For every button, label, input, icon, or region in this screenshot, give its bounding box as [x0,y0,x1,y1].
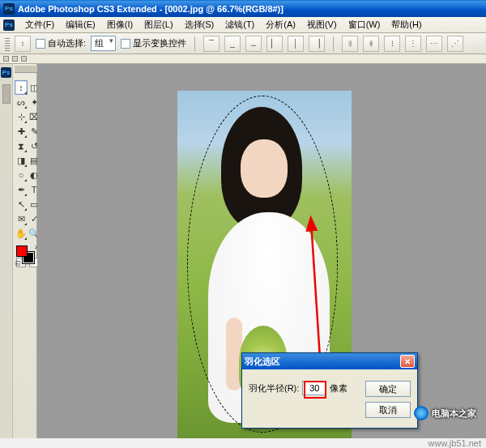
ps-app-icon: Ps [3,3,15,15]
align-top-icon[interactable]: ⎺ [203,36,220,52]
watermark: 电脑本之家 [414,406,476,420]
auto-select-dropdown[interactable]: 组 [91,36,116,51]
dist-bottom-icon[interactable]: ⫶ [384,36,400,52]
feather-dialog: 羽化选区 ✕ 羽化半径(R): 像素 确定 取消 [241,352,418,429]
move-tool[interactable]: ↕ [15,80,28,95]
titlebar: Ps Adobe Photoshop CS3 Extended - [0002.… [0,0,486,17]
align-left-icon[interactable]: ▏ [266,36,283,52]
options-grip[interactable] [5,36,10,51]
close-icon[interactable]: ✕ [400,355,415,368]
hand-tool[interactable]: ✋ [15,226,28,241]
dist-h-icon[interactable]: ⋯ [426,36,442,52]
lasso-tool[interactable]: ᔕ [15,95,28,109]
notes-tool[interactable]: ✉ [15,211,28,226]
unit-label: 像素 [330,382,347,395]
menu-help[interactable]: 帮助(H) [386,17,427,32]
radius-label: 羽化半径(R): [249,382,299,395]
dist-right-icon[interactable]: ⋰ [447,36,463,52]
ps-badge-icon[interactable]: Ps [1,67,11,78]
canvas-area[interactable]: 羽化选区 ✕ 羽化半径(R): 像素 确定 取消 电脑本之家 [37,64,486,438]
menu-edit[interactable]: 编辑(E) [60,17,101,32]
menu-select[interactable]: 选择(S) [179,17,220,32]
collapsed-panel-tab[interactable] [2,84,11,104]
ok-button[interactable]: 确定 [365,381,411,397]
menubar: Ps 文件(F) 编辑(E) 图像(I) 图层(L) 选择(S) 滤镜(T) 分… [0,17,486,33]
dialog-buttons: 确定 取消 [365,381,411,418]
blur-tool[interactable]: ○ [15,168,28,182]
menu-layer[interactable]: 图层(L) [139,17,178,32]
pen-tool[interactable]: ✒ [15,182,28,197]
menu-filter[interactable]: 滤镜(T) [220,17,260,32]
footer: www.jb51.net [0,438,486,448]
menu-analysis[interactable]: 分析(A) [260,17,301,32]
dialog-titlebar[interactable]: 羽化选区 ✕ [242,353,417,369]
auto-select-wrapper: 自动选择: [36,37,86,49]
cancel-button[interactable]: 取消 [365,402,411,418]
watermark-text: 电脑本之家 [432,407,476,420]
align-right-icon[interactable]: ▕ [309,36,325,52]
opt-divider [194,36,195,51]
stamp-tool[interactable]: ⧗ [15,139,28,153]
dist-left-icon[interactable]: ⋮ [405,36,421,52]
align-hcenter-icon[interactable]: │ [288,36,304,52]
eraser-tool[interactable]: ◨ [15,153,28,168]
auto-select-label: 自动选择: [48,38,86,48]
path-tool[interactable]: ↖ [15,197,28,211]
watermark-logo-icon [414,406,428,420]
toolbox: ↕◫ᔕ✦⊹⌧✚✎⧗↺◨▤○◐✒T↖▭✉✓✋🔍⤭◱ [13,64,37,438]
menu-image[interactable]: 图像(I) [101,17,139,32]
align-bottom-icon[interactable]: ⎽ [245,36,262,52]
title-text: Adobe Photoshop CS3 Extended - [0002.jpg… [18,4,284,14]
align-vcenter-icon[interactable]: ⎯ [224,36,241,52]
dock-chip[interactable] [3,56,9,62]
show-transform-checkbox[interactable] [121,39,130,49]
dist-v-icon[interactable]: ⫵ [363,36,379,52]
auto-select-checkbox[interactable] [36,39,45,49]
show-transform-label: 显示变换控件 [133,38,186,48]
dock-chip[interactable] [21,56,27,62]
healing-tool[interactable]: ✚ [15,124,28,139]
dock-chip[interactable] [12,56,18,62]
options-bar: ↕ 自动选择: 组 显示变换控件 ⎺ ⎯ ⎽ ▏ │ ▕ ⫴ ⫵ ⫶ ⋮ ⋯ ⋰ [0,33,486,54]
dist-top-icon[interactable]: ⫴ [342,36,358,52]
radius-field-group: 羽化半径(R): 像素 [249,381,347,395]
side-column: Ps [0,64,13,438]
radius-input[interactable] [302,381,326,395]
dialog-body: 羽化半径(R): 像素 确定 取消 [242,369,417,428]
dialog-title: 羽化选区 [245,356,280,368]
palette-dock-row [0,54,486,64]
menu-file[interactable]: 文件(F) [19,17,60,32]
footer-url: www.jb51.net [428,438,481,448]
default-colors-icon[interactable]: ◱ [15,260,21,267]
foreground-color[interactable] [16,245,28,257]
main-area: Ps ↕◫ᔕ✦⊹⌧✚✎⧗↺◨▤○◐✒T↖▭✉✓✋🔍⤭◱ 羽化选区 ✕ [0,64,486,438]
opt-divider-2 [333,36,334,51]
show-transform-wrapper: 显示变换控件 [121,37,186,49]
ps-doc-icon: Ps [3,19,15,31]
menu-view[interactable]: 视图(V) [301,17,343,32]
menu-window[interactable]: 窗口(W) [343,17,386,32]
move-tool-icon: ↕ [15,36,31,52]
crop-tool[interactable]: ⊹ [15,109,28,124]
